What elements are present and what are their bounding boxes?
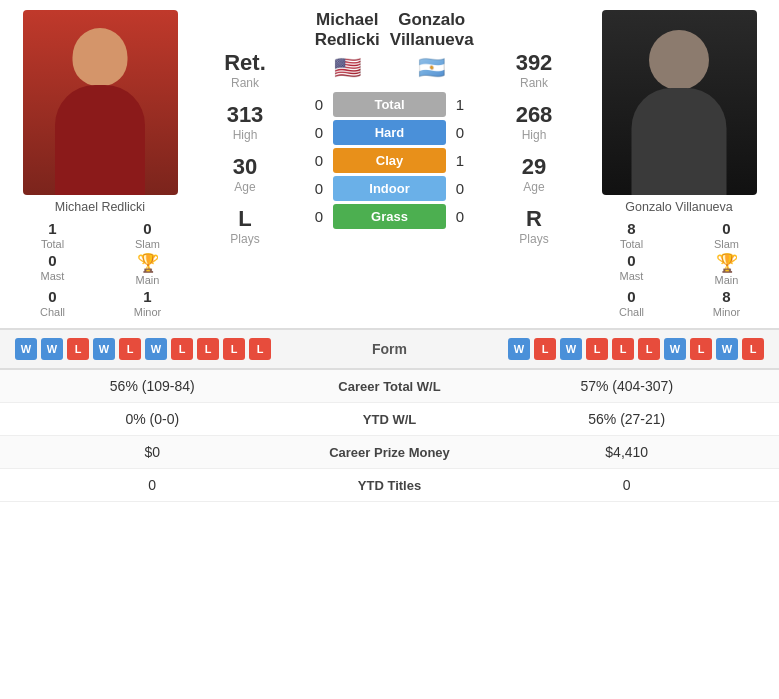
left-form-badge-8: L [223, 338, 245, 360]
right-form-badge-0: W [508, 338, 530, 360]
right-form-badge-5: L [638, 338, 660, 360]
left-flag: 🇺🇸 [334, 55, 361, 81]
hard-surface-btn[interactable]: Hard [333, 120, 446, 145]
left-form-badge-9: L [249, 338, 271, 360]
right-form-badge-8: W [716, 338, 738, 360]
right-minor-value: 8 [722, 288, 730, 306]
left-form-badge-4: L [119, 338, 141, 360]
left-main-label: Main [136, 274, 160, 286]
stats-label-1: YTD W/L [290, 412, 490, 427]
total-row: 0 Total 1 [305, 92, 474, 117]
right-name-flag: Gonzalo Villanueva 🇦🇷 [390, 10, 475, 81]
left-trophy-icon-area: 🏆 Main [105, 252, 190, 286]
stats-left-0: 56% (109-84) [15, 378, 290, 394]
right-total-label: Total [620, 238, 643, 250]
stats-right-3: 0 [490, 477, 765, 493]
left-form-badge-5: W [145, 338, 167, 360]
right-player-name: Gonzalo Villanueva [390, 10, 474, 51]
left-mast-stat: 0 Mast [10, 252, 95, 286]
left-chall-label: Chall [40, 306, 65, 318]
left-name-flag: Michael Redlicki 🇺🇸 [305, 10, 390, 81]
left-minor-stat: 1 Minor [105, 288, 190, 318]
right-flag: 🇦🇷 [418, 55, 445, 81]
left-minor-label: Minor [134, 306, 162, 318]
left-form-badge-3: W [93, 338, 115, 360]
name-flag-row: Michael Redlicki 🇺🇸 Gonzalo Villanueva 🇦… [305, 10, 474, 81]
right-player-card: Gonzalo Villanueva 8 Total 0 Slam 0 Mast… [589, 10, 769, 318]
left-rank-value: Ret. [224, 50, 266, 76]
left-plays-label: Plays [230, 232, 259, 246]
right-main-label: Main [715, 274, 739, 286]
left-rank-label: Rank [224, 76, 266, 90]
right-minor-stat: 8 Minor [684, 288, 769, 318]
stats-left-3: 0 [15, 477, 290, 493]
grass-score-left: 0 [305, 208, 333, 225]
left-plays-value: L [230, 206, 259, 232]
clay-surface-btn[interactable]: Clay [333, 148, 446, 173]
clay-score-left: 0 [305, 152, 333, 169]
stats-right-1: 56% (27-21) [490, 411, 765, 427]
right-rank-stat: 392 Rank [516, 50, 553, 90]
right-slam-stat: 0 Slam [684, 220, 769, 250]
left-form-badge-0: W [15, 338, 37, 360]
right-mast-value: 0 [627, 252, 635, 270]
left-age-stat: 30 Age [233, 154, 257, 194]
right-rank-value: 392 [516, 50, 553, 76]
left-form-badge-2: L [67, 338, 89, 360]
surface-rows: 0 Total 1 0 Hard 0 0 Clay 1 0 [305, 89, 474, 232]
total-score-right: 1 [446, 96, 474, 113]
right-chall-label: Chall [619, 306, 644, 318]
grass-score-right: 0 [446, 208, 474, 225]
grass-surface-btn[interactable]: Grass [333, 204, 446, 229]
left-form-badges: WWLWLWLLLL [15, 338, 340, 360]
left-form-badge-1: W [41, 338, 63, 360]
right-form-badge-4: L [612, 338, 634, 360]
left-player-photo [23, 10, 178, 195]
right-chall-stat: 0 Chall [589, 288, 674, 318]
right-age-stat: 29 Age [522, 154, 546, 194]
left-slam-stat: 0 Slam [105, 220, 190, 250]
left-high-value: 313 [227, 102, 264, 128]
right-player-stats: 8 Total 0 Slam 0 Mast 🏆 Main 0 Chall [589, 220, 769, 318]
stats-label-3: YTD Titles [290, 478, 490, 493]
clay-row: 0 Clay 1 [305, 148, 474, 173]
right-form-badge-1: L [534, 338, 556, 360]
left-form-badge-7: L [197, 338, 219, 360]
left-minor-value: 1 [143, 288, 151, 306]
form-label: Form [340, 341, 440, 357]
right-total-value: 8 [627, 220, 635, 238]
left-high-stat: 313 High [227, 102, 264, 142]
right-plays-label: Plays [519, 232, 548, 246]
left-age-label: Age [233, 180, 257, 194]
right-form-badge-9: L [742, 338, 764, 360]
right-form-badge-3: L [586, 338, 608, 360]
grass-row: 0 Grass 0 [305, 204, 474, 229]
stats-right-0: 57% (404-307) [490, 378, 765, 394]
indoor-surface-btn[interactable]: Indoor [333, 176, 446, 201]
stats-row-0: 56% (109-84)Career Total W/L57% (404-307… [0, 370, 779, 403]
stats-right-2: $4,410 [490, 444, 765, 460]
left-high-label: High [227, 128, 264, 142]
left-slam-label: Slam [135, 238, 160, 250]
right-plays-stat: R Plays [519, 206, 548, 246]
stats-left-1: 0% (0-0) [15, 411, 290, 427]
left-form-badge-6: L [171, 338, 193, 360]
left-trophy-icon: 🏆 [137, 252, 159, 274]
total-surface-btn: Total [333, 92, 446, 117]
left-mast-value: 0 [48, 252, 56, 270]
right-form-badge-6: W [664, 338, 686, 360]
right-form-badge-2: W [560, 338, 582, 360]
players-comparison-row: Michael Redlicki 1 Total 0 Slam 0 Mast 🏆… [0, 0, 779, 328]
stats-row-2: $0Career Prize Money$4,410 [0, 436, 779, 469]
right-trophy-icon-area: 🏆 Main [684, 252, 769, 286]
right-chall-value: 0 [627, 288, 635, 306]
stats-label-2: Career Prize Money [290, 445, 490, 460]
right-mast-label: Mast [620, 270, 644, 282]
stats-left-2: $0 [15, 444, 290, 460]
stats-row-3: 0YTD Titles0 [0, 469, 779, 502]
right-rank-label: Rank [516, 76, 553, 90]
indoor-score-left: 0 [305, 180, 333, 197]
right-form-badges: WLWLLLWLWL [440, 338, 765, 360]
left-player-stats: 1 Total 0 Slam 0 Mast 🏆 Main 0 Chall [10, 220, 190, 318]
left-total-value: 1 [48, 220, 56, 238]
